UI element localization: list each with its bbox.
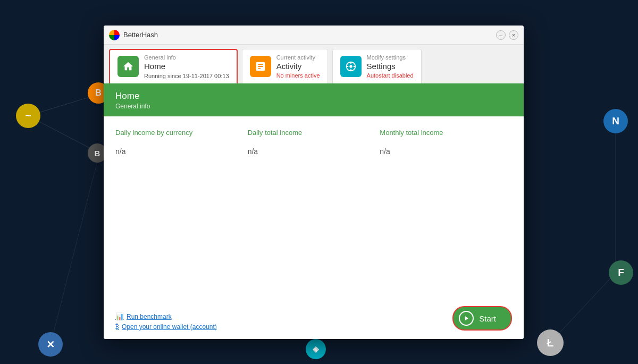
svg-line-6 [51,153,99,344]
income-col-0: Daily income by currency n/a [115,128,248,156]
income-label-1: Daily total income [248,128,380,138]
content-area: Home General info Daily income by curren… [104,83,524,339]
activity-tab-icon [250,56,271,77]
home-tab-status: Running since 19-11-2017 00:13 [144,73,229,79]
income-value-1: n/a [248,147,380,156]
income-col-1: Daily total income n/a [248,128,380,156]
window-controls: – × [496,30,518,40]
main-content: Daily income by currency n/a Daily total… [104,116,524,301]
home-tab-icon [117,56,139,77]
activity-tab-info: Current activity Activity No miners acti… [276,54,320,79]
bottom-links: 📊 Run benchmark ₿ Open your online walle… [115,312,217,331]
settings-tab-status: Autostart disabled [367,72,414,79]
tab-home[interactable]: General info Home Running since 19-11-20… [109,49,238,83]
settings-tab-big-label: Settings [367,61,414,72]
wallet-link[interactable]: ₿ Open your online wallet (account) [115,323,217,331]
start-play-icon [459,311,474,326]
income-label-2: Monthly total income [380,128,512,138]
crypto-icon-teal-bottom: ◈ [306,339,326,359]
home-tab-small-label: General info [144,54,229,61]
start-button[interactable]: Start [452,306,512,331]
content-header: Home General info [104,83,524,116]
title-bar: BetterHash – × [104,26,524,45]
tab-settings[interactable]: Modify settings Settings Autostart disab… [332,49,422,83]
wallet-link-text: Open your online wallet (account) [122,323,217,331]
app-title: BetterHash [123,31,496,39]
income-label-0: Daily income by currency [115,128,248,138]
minimize-button[interactable]: – [496,30,506,40]
tab-activity[interactable]: Current activity Activity No miners acti… [242,49,328,83]
bitcoin-icon: ₿ [115,323,119,331]
home-tab-big-label: Home [144,61,229,72]
run-benchmark-link[interactable]: 📊 Run benchmark [115,312,217,320]
nav-tabs: General info Home Running since 19-11-20… [104,45,524,83]
settings-tab-info: Modify settings Settings Autostart disab… [367,54,414,79]
settings-tab-small-label: Modify settings [367,54,414,61]
content-title: Home [115,91,512,101]
activity-tab-status: No miners active [276,72,320,79]
crypto-icon-faircoin: F [609,260,633,285]
activity-tab-big-label: Activity [276,61,320,72]
income-value-0: n/a [115,147,248,156]
start-button-label: Start [479,314,496,323]
income-grid: Daily income by currency n/a Daily total… [115,128,512,156]
income-value-2: n/a [380,147,512,156]
bottom-bar: 📊 Run benchmark ₿ Open your online walle… [104,301,524,339]
income-col-2: Monthly total income n/a [380,128,512,156]
settings-tab-icon [340,56,362,77]
crypto-icon-nem: N [603,109,628,133]
close-button[interactable]: × [509,30,518,40]
run-benchmark-text: Run benchmark [127,313,172,320]
crypto-icon-nxt: ~ [16,104,40,128]
activity-tab-small-label: Current activity [276,54,320,61]
crypto-icon-ripple: ✕ [38,332,63,357]
svg-line-4 [550,273,616,343]
content-subtitle: General info [115,103,512,110]
bar-chart-icon: 📊 [115,312,124,320]
app-window: BetterHash – × General info Home Running… [104,26,524,339]
home-tab-info: General info Home Running since 19-11-20… [144,54,229,79]
crypto-icon-litecoin: Ł [537,329,564,356]
app-logo [109,30,120,40]
